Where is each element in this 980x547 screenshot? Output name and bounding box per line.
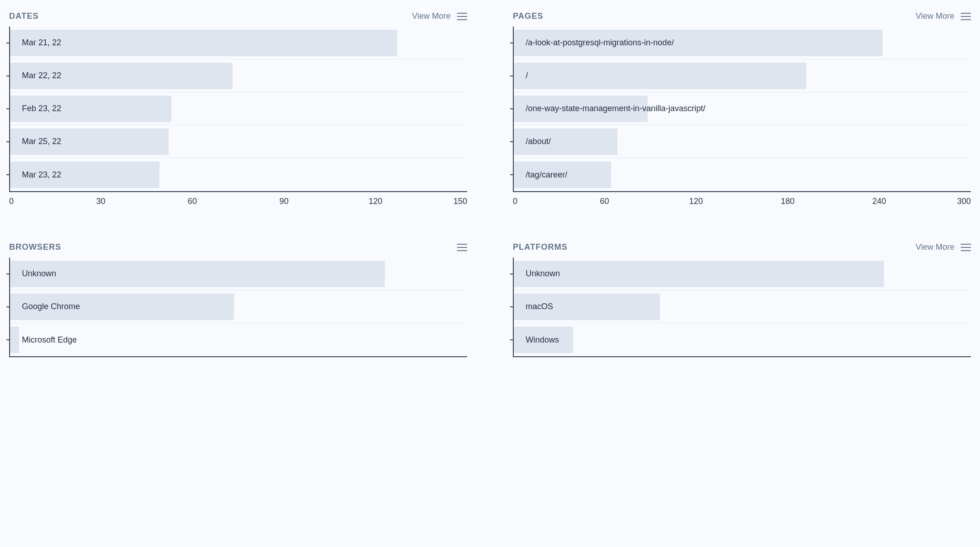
panel-pages: PAGESView More/a-look-at-postgresql-migr… — [513, 11, 971, 210]
chart-row: macOS — [514, 290, 971, 323]
axis-tick-label: 120 — [689, 197, 703, 206]
chart-body: /a-look-at-postgresql-migrations-in-node… — [513, 27, 971, 192]
panel-actions — [457, 244, 467, 251]
panel-actions: View More — [916, 11, 971, 21]
chart-row: /one-way-state-management-in-vanilla-jav… — [514, 92, 971, 125]
tick-mark — [6, 274, 10, 274]
chart-row: /about/ — [514, 125, 971, 158]
panel-header: BROWSERS — [9, 242, 467, 257]
menu-icon[interactable] — [961, 13, 971, 20]
panel-platforms: PLATFORMSView MoreUnknownmacOSWindows — [513, 242, 971, 357]
tick-mark — [510, 174, 514, 175]
tick-mark — [6, 43, 10, 43]
tick-mark — [6, 339, 10, 340]
axis-tick-label: 300 — [957, 197, 971, 206]
bar-label: Mar 22, 22 — [10, 71, 61, 80]
panel-actions: View More — [916, 242, 971, 252]
tick-mark — [6, 306, 10, 307]
chart-bar[interactable] — [514, 63, 806, 89]
chart-rows: /a-look-at-postgresql-migrations-in-node… — [514, 27, 971, 191]
axis-tick-label: 0 — [9, 197, 14, 206]
axis-tick-label: 180 — [781, 197, 794, 206]
axis-tick-label: 90 — [279, 197, 288, 206]
bar-label: macOS — [514, 302, 553, 311]
axis-tick-label: 0 — [513, 197, 517, 206]
axis-tick-label: 60 — [600, 197, 609, 206]
tick-mark — [510, 141, 514, 142]
chart-row: Mar 25, 22 — [10, 125, 467, 158]
chart-bar[interactable] — [514, 261, 884, 287]
axis-tick-label: 120 — [369, 197, 383, 206]
bar-label: Mar 21, 22 — [10, 38, 61, 48]
tick-mark — [510, 43, 514, 43]
bar-label: Unknown — [10, 269, 56, 279]
menu-icon[interactable] — [457, 244, 467, 251]
axis-tick-label: 60 — [188, 197, 197, 206]
chart-body: Mar 21, 22Mar 22, 22Feb 23, 22Mar 25, 22… — [9, 27, 467, 192]
panel-dates: DATESView MoreMar 21, 22Mar 22, 22Feb 23… — [9, 11, 467, 210]
bar-label: Unknown — [514, 269, 560, 279]
bar-label: / — [514, 71, 528, 80]
chart-bar[interactable] — [10, 261, 385, 287]
panel-header: PLATFORMSView More — [513, 242, 971, 257]
tick-mark — [510, 306, 514, 307]
bar-label: /one-way-state-management-in-vanilla-jav… — [514, 104, 705, 113]
bar-label: Microsoft Edge — [10, 335, 77, 345]
panel-title: PAGES — [513, 11, 543, 21]
view-more-link[interactable]: View More — [412, 11, 451, 21]
chart-row: Feb 23, 22 — [10, 92, 467, 125]
chart-bar[interactable] — [10, 30, 397, 56]
menu-icon[interactable] — [961, 244, 971, 251]
bar-label: /a-look-at-postgresql-migrations-in-node… — [514, 38, 674, 48]
tick-mark — [6, 108, 10, 109]
axis-tick-label: 240 — [873, 197, 886, 206]
tick-mark — [510, 75, 514, 76]
chart-rows: Mar 21, 22Mar 22, 22Feb 23, 22Mar 25, 22… — [10, 27, 467, 191]
view-more-link[interactable]: View More — [916, 242, 954, 252]
chart-row: Mar 22, 22 — [10, 59, 467, 92]
bar-label: Mar 25, 22 — [10, 137, 61, 146]
bar-label: Feb 23, 22 — [10, 104, 61, 113]
tick-mark — [510, 339, 514, 340]
chart-row: /tag/career/ — [514, 158, 971, 191]
x-axis: 060120180240300 — [513, 197, 971, 210]
panel-header: PAGESView More — [513, 11, 971, 27]
chart-row: Mar 21, 22 — [10, 27, 467, 59]
chart-row: / — [514, 59, 971, 92]
x-axis: 0306090120150 — [9, 197, 467, 210]
panel-header: DATESView More — [9, 11, 467, 27]
axis-tick-label: 150 — [453, 197, 467, 206]
chart-row: /a-look-at-postgresql-migrations-in-node… — [514, 27, 971, 59]
tick-mark — [6, 174, 10, 175]
chart-rows: UnknownmacOSWindows — [514, 257, 971, 356]
panel-title: DATES — [9, 11, 39, 21]
panel-browsers: BROWSERSUnknownGoogle ChromeMicrosoft Ed… — [9, 242, 467, 357]
chart-row: Unknown — [10, 257, 467, 290]
tick-mark — [6, 141, 10, 142]
bar-label: /tag/career/ — [514, 170, 567, 180]
tick-mark — [6, 75, 10, 76]
tick-mark — [510, 108, 514, 109]
panel-title: BROWSERS — [9, 242, 61, 252]
chart-row: Mar 23, 22 — [10, 158, 467, 191]
chart-body: UnknownmacOSWindows — [513, 257, 971, 357]
menu-icon[interactable] — [457, 13, 467, 20]
bar-label: /about/ — [514, 137, 551, 146]
panel-title: PLATFORMS — [513, 242, 568, 252]
tick-mark — [510, 274, 514, 274]
bar-label: Google Chrome — [10, 302, 80, 311]
chart-row: Unknown — [514, 257, 971, 290]
chart-row: Google Chrome — [10, 290, 467, 323]
chart-row: Windows — [514, 323, 971, 356]
chart-rows: UnknownGoogle ChromeMicrosoft Edge — [10, 257, 467, 356]
axis-tick-label: 30 — [96, 197, 105, 206]
chart-row: Microsoft Edge — [10, 323, 467, 356]
view-more-link[interactable]: View More — [916, 11, 954, 21]
chart-body: UnknownGoogle ChromeMicrosoft Edge — [9, 257, 467, 357]
panel-actions: View More — [412, 11, 467, 21]
bar-label: Mar 23, 22 — [10, 170, 61, 180]
bar-label: Windows — [514, 335, 559, 345]
